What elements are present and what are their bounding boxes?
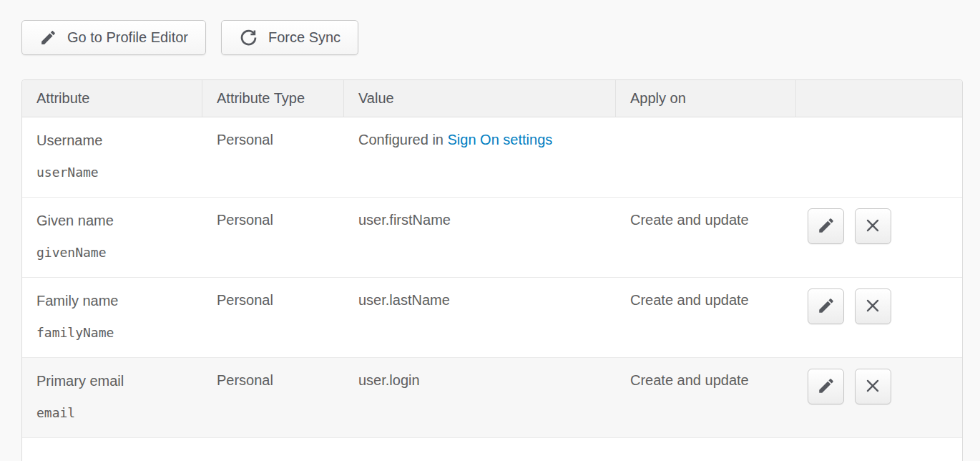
attribute-cell: Primary email email (22, 358, 202, 438)
table-row-primary-email: Primary email email Personal user.login … (22, 358, 962, 438)
value-cell: user.firstName (344, 198, 616, 278)
column-header-attribute-type: Attribute Type (202, 80, 344, 117)
pencil-icon (817, 216, 836, 237)
x-icon (863, 377, 882, 397)
x-icon (863, 216, 882, 237)
attribute-mappings-table: Attribute Attribute Type Value Apply on … (21, 79, 963, 461)
attribute-variable-name: givenName (36, 245, 188, 261)
attribute-variable-name: email (36, 405, 188, 421)
x-icon (863, 296, 882, 317)
edit-attribute-button[interactable] (808, 369, 844, 404)
column-header-apply-on: Apply on (616, 80, 796, 117)
refresh-icon (239, 28, 258, 47)
attribute-display-name: Primary email (36, 372, 188, 389)
value-cell: user.login (344, 358, 616, 438)
go-to-profile-editor-button[interactable]: Go to Profile Editor (21, 20, 206, 55)
go-to-profile-editor-label: Go to Profile Editor (67, 29, 188, 46)
value-cell: user.lastName (344, 278, 616, 358)
edit-attribute-button[interactable] (808, 208, 844, 244)
remove-attribute-button[interactable] (855, 208, 891, 244)
attribute-type-cell: Personal (202, 117, 344, 198)
force-sync-button[interactable]: Force Sync (221, 20, 358, 55)
pencil-icon (817, 296, 836, 317)
attribute-cell: Username userName (22, 117, 202, 198)
table-header-row: Attribute Attribute Type Value Apply on (22, 80, 962, 117)
column-header-attribute: Attribute (22, 80, 202, 117)
table-row-family-name: Family name familyName Personal user.las… (22, 278, 962, 358)
column-header-value: Value (344, 80, 616, 117)
apply-on-cell: Create and update (616, 278, 796, 358)
toolbar: Go to Profile Editor Force Sync (21, 20, 980, 55)
attribute-type-cell: Personal (202, 198, 344, 278)
sign-on-settings-link[interactable]: Sign On settings (448, 132, 553, 147)
table-row-username: Username userName Personal Configured in… (22, 117, 962, 198)
apply-on-cell: Create and update (616, 198, 796, 278)
attribute-variable-name: userName (36, 165, 188, 180)
pencil-icon (817, 377, 836, 397)
attribute-type-cell: Personal (202, 278, 344, 358)
pencil-icon (39, 29, 57, 47)
attribute-display-name: Family name (36, 292, 188, 309)
attribute-variable-name: familyName (36, 325, 188, 341)
actions-cell (796, 358, 962, 438)
edit-attribute-button[interactable] (808, 288, 844, 324)
attribute-display-name: Username (36, 132, 188, 149)
column-header-actions (796, 80, 962, 117)
empty-cell (22, 438, 962, 461)
attribute-display-name: Given name (36, 212, 188, 229)
attribute-type-cell: Personal (202, 358, 344, 438)
actions-cell (796, 198, 962, 278)
attribute-cell: Given name givenName (22, 198, 202, 278)
remove-attribute-button[interactable] (855, 288, 891, 324)
table-row-given-name: Given name givenName Personal user.first… (22, 198, 962, 278)
apply-on-cell (616, 117, 796, 198)
attribute-mappings-page: Go to Profile Editor Force Sync Attribut… (0, 0, 980, 461)
apply-on-cell: Create and update (616, 358, 796, 438)
force-sync-label: Force Sync (268, 29, 340, 46)
value-text: Configured in (358, 132, 444, 147)
value-cell: Configured in Sign On settings (344, 117, 616, 198)
attribute-cell: Family name familyName (22, 278, 202, 358)
actions-cell (796, 278, 962, 358)
actions-cell-empty (796, 117, 962, 198)
remove-attribute-button[interactable] (855, 369, 891, 404)
table-row-partial (22, 438, 962, 461)
